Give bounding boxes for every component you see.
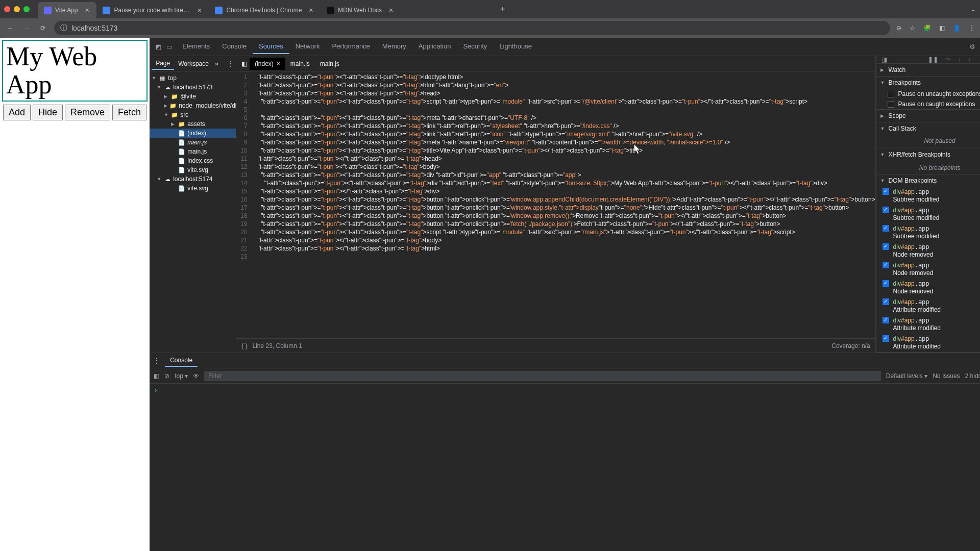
xhr-section[interactable]: ▼XHR/fetch Breakpoints+ — [876, 147, 980, 162]
dom-breakpoint-item[interactable]: div#app.appAttribute modified — [876, 297, 980, 315]
close-tab-icon[interactable]: × — [196, 7, 203, 14]
minimize-window-icon[interactable] — [14, 6, 20, 12]
tree-item[interactable]: ▶📁node_modules/vite/dis — [150, 101, 236, 110]
toggle-navigator-icon[interactable]: ◧ — [239, 59, 249, 68]
watch-section[interactable]: ▶Watch — [876, 64, 980, 76]
tree-item[interactable]: ▶📁assets — [150, 119, 236, 129]
dom-breakpoint-item[interactable]: div#app.appSubtree modified — [876, 205, 980, 223]
browser-tab[interactable]: Chrome DevTools | Chrome× — [209, 2, 321, 18]
close-tab-icon[interactable]: × — [307, 7, 314, 14]
panel-security[interactable]: Security — [457, 39, 493, 54]
close-file-icon[interactable]: × — [277, 60, 280, 67]
tree-item[interactable]: ▼☁localhost:5173 — [150, 83, 236, 92]
reload-button[interactable]: ⟳ — [38, 23, 48, 33]
log-levels[interactable]: Default levels ▾ — [886, 372, 927, 380]
callstack-section[interactable]: ▼Call Stack — [876, 122, 980, 135]
checkbox-icon[interactable] — [888, 91, 894, 97]
checkbox-icon[interactable] — [888, 101, 894, 108]
close-tab-icon[interactable]: × — [387, 7, 395, 14]
scope-section[interactable]: ▶Scope — [876, 110, 980, 122]
inspect-icon[interactable]: ◩ — [154, 42, 163, 52]
tree-item[interactable]: 📄index.css — [150, 156, 236, 165]
panel-application[interactable]: Application — [412, 39, 457, 54]
checkbox-icon[interactable] — [883, 298, 889, 305]
dom-breakpoints-section[interactable]: ▼DOM Breakpoints — [876, 174, 980, 187]
pause-uncaught-row[interactable]: Pause on uncaught exceptions — [876, 89, 980, 99]
pause-icon[interactable]: ❚❚ — [928, 56, 938, 63]
step-over-icon[interactable]: ↷ — [945, 56, 950, 63]
breakpoints-section[interactable]: ▼Breakpoints — [876, 77, 980, 89]
browser-tab[interactable]: Pause your code with breakp× — [96, 2, 209, 18]
console-filter-input[interactable] — [204, 371, 881, 381]
url-input[interactable]: ⓘ localhost:5173 — [54, 21, 890, 35]
navigator-tab-page[interactable]: Page — [152, 58, 174, 70]
console-prompt[interactable]: › — [150, 384, 980, 397]
back-button[interactable]: ← — [5, 23, 15, 33]
dom-breakpoint-item[interactable]: div#app.appSubtree modified — [876, 223, 980, 242]
dom-breakpoint-item[interactable]: div#app.appNode removed — [876, 242, 980, 260]
close-tab-icon[interactable]: × — [83, 7, 90, 14]
browser-tab[interactable]: MDN Web Docs× — [321, 2, 401, 18]
code-content[interactable]: "t-attr">class"t-pun">="t-pun"><"t-attr"… — [251, 71, 875, 338]
step-out-icon[interactable]: ↑ — [968, 56, 971, 63]
tree-item[interactable]: 📄(index) — [150, 129, 236, 138]
tree-item[interactable]: ▼▦top — [150, 73, 236, 83]
dom-breakpoint-item[interactable]: div#app.appNode removed — [876, 260, 980, 279]
add-button[interactable]: Add — [3, 105, 31, 120]
checkbox-icon[interactable] — [883, 317, 889, 323]
clear-console-icon[interactable]: ⊘ — [164, 372, 169, 380]
checkbox-icon[interactable] — [883, 262, 889, 268]
panel-sources[interactable]: Sources — [253, 39, 289, 54]
console-context[interactable]: top ▾ — [175, 372, 188, 380]
navigator-tab-workspace[interactable]: Workspace — [174, 58, 213, 69]
live-expression-icon[interactable]: 👁 — [193, 372, 199, 380]
settings-icon[interactable]: ⚙ — [968, 42, 977, 52]
panel-console[interactable]: Console — [216, 39, 253, 54]
device-mode-icon[interactable]: ▭ — [165, 42, 174, 52]
panel-memory[interactable]: Memory — [376, 39, 412, 54]
zoom-icon[interactable]: ⊖ — [896, 24, 901, 32]
new-tab-button[interactable]: + — [496, 4, 510, 15]
tree-item[interactable]: 📄main.js — [150, 147, 236, 156]
panel-network[interactable]: Network — [289, 39, 326, 54]
file-tab[interactable]: (index)× — [250, 58, 285, 70]
checkbox-icon[interactable] — [883, 243, 889, 250]
toggle-debugger-pane-icon[interactable]: ◨ — [881, 56, 887, 63]
dom-breakpoint-item[interactable]: div#app.appAttribute modified — [876, 334, 980, 352]
close-window-icon[interactable] — [4, 6, 10, 12]
chevron-down-icon[interactable]: ⌄ — [971, 6, 976, 13]
panel-elements[interactable]: Elements — [176, 39, 216, 54]
issues-count[interactable]: No Issues — [933, 372, 960, 380]
hidden-count[interactable]: 2 hidden — [965, 372, 980, 380]
dom-breakpoint-item[interactable]: div#app.appSubtree modified — [876, 187, 980, 205]
sidepanel-icon[interactable]: ◧ — [939, 24, 945, 32]
browser-tab[interactable]: Vite App× — [38, 2, 96, 18]
step-icon[interactable]: →| — [978, 56, 980, 63]
console-tab[interactable]: Console — [165, 355, 198, 367]
tree-item[interactable]: 📄main.js — [150, 138, 236, 147]
extensions-icon[interactable]: 🧩 — [923, 24, 931, 32]
dom-breakpoint-item[interactable]: div#app.appAttribute modified — [876, 315, 980, 334]
step-into-icon[interactable]: ↓ — [958, 56, 961, 63]
checkbox-icon[interactable] — [883, 207, 889, 213]
checkbox-icon[interactable] — [883, 188, 889, 195]
bookmark-icon[interactable]: ☆ — [910, 24, 915, 32]
dom-breakpoint-item[interactable]: div#app.appNode removed — [876, 279, 980, 297]
pretty-print-icon[interactable]: { } — [241, 342, 247, 349]
tree-item[interactable]: 📄vite.svg — [150, 184, 236, 193]
drawer-menu-icon[interactable]: ⋮ — [154, 357, 160, 364]
tree-item[interactable]: ▼☁localhost:5174 — [150, 174, 236, 184]
site-info-icon[interactable]: ⓘ — [60, 23, 67, 33]
profile-icon[interactable]: 👤 — [953, 24, 961, 32]
tree-item[interactable]: 📄vite.svg — [150, 165, 236, 174]
checkbox-icon[interactable] — [883, 335, 889, 342]
fetch-button[interactable]: Fetch — [112, 105, 146, 120]
navigator-overflow-icon[interactable]: » — [215, 60, 218, 67]
panel-performance[interactable]: Performance — [326, 39, 376, 54]
file-tab[interactable]: main.js — [285, 58, 315, 70]
tree-item[interactable]: ▼📁src — [150, 110, 236, 119]
checkbox-icon[interactable] — [883, 225, 889, 232]
panel-lighthouse[interactable]: Lighthouse — [493, 39, 538, 54]
remove-button[interactable]: Remove — [65, 105, 110, 120]
file-tab[interactable]: main.js — [315, 58, 345, 70]
